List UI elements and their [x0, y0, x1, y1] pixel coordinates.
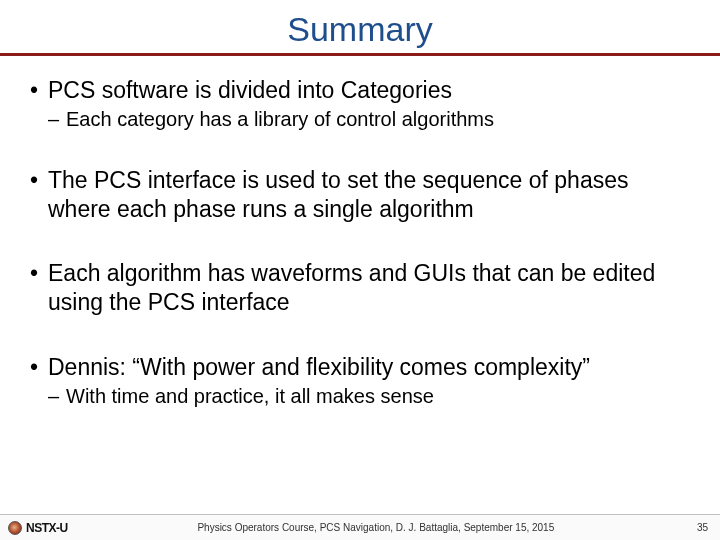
bullet-marker: •	[30, 259, 48, 317]
sub-bullet-item: – With time and practice, it all makes s…	[48, 384, 690, 409]
slide-footer: NSTX-U Physics Operators Course, PCS Nav…	[0, 514, 720, 540]
bullet-text: Dennis: “With power and flexibility come…	[48, 353, 590, 382]
bullet-marker: •	[30, 76, 48, 105]
title-area: Summary	[0, 0, 720, 53]
bullet-text: Each category has a library of control a…	[66, 107, 494, 132]
spacer	[30, 132, 690, 162]
title-rule	[0, 53, 720, 56]
spacer	[30, 225, 690, 255]
footer-logo: NSTX-U	[8, 521, 68, 535]
page-number: 35	[684, 522, 708, 533]
sub-bullet-item: – Each category has a library of control…	[48, 107, 690, 132]
bullet-marker: –	[48, 384, 66, 409]
bullet-text: The PCS interface is used to set the seq…	[48, 166, 690, 224]
slide: Summary • PCS software is divided into C…	[0, 0, 720, 540]
bullet-marker: •	[30, 353, 48, 382]
bullet-text: Each algorithm has waveforms and GUIs th…	[48, 259, 690, 317]
footer-caption: Physics Operators Course, PCS Navigation…	[68, 522, 684, 533]
logo-text: NSTX-U	[26, 521, 68, 535]
slide-title: Summary	[0, 10, 720, 49]
bullet-item: • Dennis: “With power and flexibility co…	[30, 353, 690, 382]
bullet-text: With time and practice, it all makes sen…	[66, 384, 434, 409]
bullet-text: PCS software is divided into Categories	[48, 76, 452, 105]
content-area: • PCS software is divided into Categorie…	[0, 64, 720, 514]
bullet-item: • PCS software is divided into Categorie…	[30, 76, 690, 105]
bullet-item: • Each algorithm has waveforms and GUIs …	[30, 259, 690, 317]
spacer	[30, 319, 690, 349]
logo-icon	[8, 521, 22, 535]
bullet-marker: –	[48, 107, 66, 132]
bullet-item: • The PCS interface is used to set the s…	[30, 166, 690, 224]
bullet-marker: •	[30, 166, 48, 224]
